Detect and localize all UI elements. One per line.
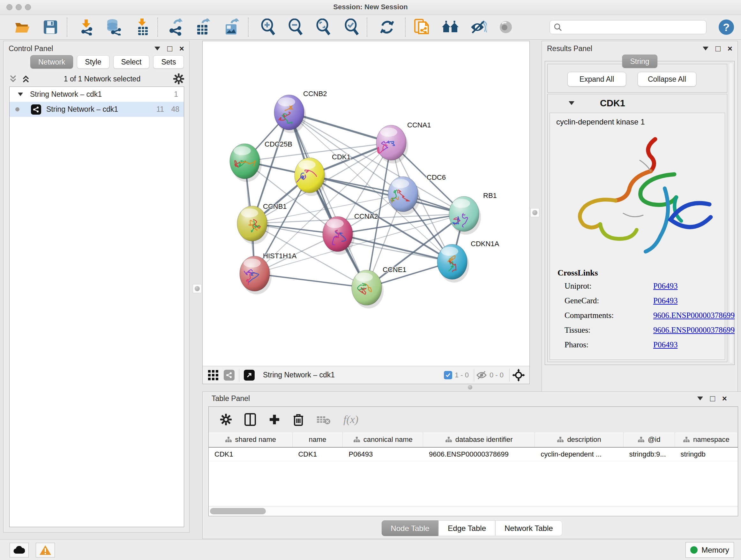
network-node-CCNB1[interactable]	[237, 206, 269, 244]
tab-sets[interactable]: Sets	[153, 55, 184, 69]
memory-button[interactable]: Memory	[685, 542, 734, 558]
network-canvas[interactable]: CCNB2CCNA1CDC25BCDK1CDC6RB1CCNB1CCNA2CDK…	[203, 41, 529, 366]
node-table[interactable]: shared namenamecanonical namedatabase id…	[209, 432, 738, 506]
network-collection-row[interactable]: String Network – cdk1 1	[10, 87, 184, 102]
column-header-canonical-name[interactable]: canonical name	[343, 432, 423, 447]
scrollbar-thumb[interactable]	[210, 508, 266, 514]
left-splitter-handle[interactable]	[193, 284, 202, 293]
search-input[interactable]	[562, 23, 706, 32]
column-header-database-identifier[interactable]: database identifier	[423, 432, 535, 447]
show-columns-icon[interactable]	[245, 413, 256, 426]
collapse-panel-icon[interactable]	[697, 396, 703, 400]
tab-style[interactable]: Style	[77, 55, 109, 69]
collapse-panel-icon[interactable]	[154, 47, 160, 51]
network-node-CDK1[interactable]	[294, 158, 327, 196]
houses-button[interactable]	[441, 18, 459, 36]
help-button[interactable]: ?	[719, 19, 734, 35]
import-network-button[interactable]	[77, 18, 95, 36]
expand-collection-icon[interactable]	[18, 92, 23, 96]
zoom-out-button[interactable]	[286, 18, 305, 36]
collapse-all-icon[interactable]	[9, 74, 18, 83]
save-session-button[interactable]	[42, 18, 59, 36]
collapse-panel-icon[interactable]	[703, 47, 709, 51]
share-view-icon[interactable]	[224, 370, 234, 381]
import-table-button[interactable]	[134, 18, 151, 36]
expand-all-icon[interactable]	[21, 74, 31, 83]
gene-entry-header[interactable]: CDK1	[548, 94, 727, 112]
search-box[interactable]	[549, 20, 706, 34]
column-header-namespace[interactable]: namespace	[675, 432, 738, 447]
zoom-fit-button[interactable]	[314, 18, 332, 36]
string-results-tab[interactable]: String	[622, 55, 657, 68]
table-cell[interactable]: 9606.ENSP00000378699	[423, 448, 535, 461]
tab-edge-table[interactable]: Edge Table	[439, 520, 495, 536]
crosslink-link[interactable]: 9606.ENSP00000378699	[653, 326, 735, 334]
column-header-@id[interactable]: @id	[623, 432, 675, 447]
refresh-button[interactable]	[378, 18, 396, 36]
horizontal-scrollbar[interactable]	[209, 506, 738, 516]
import-database-button[interactable]	[105, 18, 122, 36]
column-header-name[interactable]: name	[293, 432, 343, 447]
network-node-CDC25B[interactable]	[230, 144, 262, 182]
network-node-CCNA1[interactable]	[376, 125, 408, 164]
show-items-button[interactable]	[497, 18, 515, 36]
tab-network-table[interactable]: Network Table	[495, 520, 562, 536]
tab-network[interactable]: Network	[30, 55, 73, 69]
hidden-eye-slash-icon[interactable]	[476, 371, 487, 380]
crosslink-link[interactable]: 9606.ENSP00000378699	[653, 311, 735, 320]
copy-network-button[interactable]	[413, 18, 431, 36]
cloud-button[interactable]	[10, 543, 29, 557]
network-node-CDKN1A[interactable]	[437, 244, 469, 283]
open-session-button[interactable]	[13, 18, 31, 36]
collapse-entry-icon[interactable]	[569, 101, 575, 105]
tab-node-table[interactable]: Node Table	[381, 520, 439, 536]
crosslinks-title: CrossLinks	[557, 268, 735, 278]
open-in-new-window-icon[interactable]	[244, 370, 255, 381]
zoom-selected-button[interactable]	[343, 18, 360, 36]
network-node-CCNA2[interactable]	[323, 216, 354, 255]
export-image-button[interactable]	[223, 18, 241, 36]
bottom-splitter-handle[interactable]	[466, 384, 474, 391]
expand-all-button[interactable]: Expand All	[567, 72, 626, 86]
network-node-CCNE1[interactable]	[352, 270, 384, 308]
collapse-all-button[interactable]: Collapse All	[637, 72, 696, 86]
close-panel-icon[interactable]: ×	[179, 44, 184, 53]
right-splitter-handle[interactable]	[530, 208, 539, 217]
table-cell[interactable]: stringdb	[675, 448, 738, 461]
close-panel-icon[interactable]: ×	[722, 394, 727, 402]
export-table-button[interactable]	[194, 18, 212, 36]
crosslink-link[interactable]: P06493	[653, 340, 677, 349]
warnings-button[interactable]	[36, 543, 55, 557]
selected-checkbox-icon[interactable]	[444, 371, 452, 379]
table-cell[interactable]: CDK1	[209, 448, 292, 461]
gene-entry: CDK1 cyclin-dependent kinase 1	[547, 94, 727, 362]
network-node-RB1[interactable]	[449, 196, 481, 235]
crosslink-link[interactable]: P06493	[653, 296, 677, 305]
table-cell[interactable]: stringdb:9...	[623, 448, 675, 461]
table-cell[interactable]: cyclin-dependent ...	[535, 448, 623, 461]
gear-icon[interactable]	[173, 73, 184, 84]
export-network-button[interactable]	[167, 18, 185, 36]
column-header-description[interactable]: description	[535, 432, 623, 447]
close-panel-icon[interactable]: ×	[728, 44, 732, 53]
network-edge[interactable]	[289, 112, 367, 288]
birds-eye-crosshair-icon[interactable]	[512, 369, 525, 381]
table-settings-gear-icon[interactable]	[220, 414, 232, 425]
tab-select[interactable]: Select	[113, 55, 150, 69]
table-cell[interactable]: CDK1	[292, 448, 343, 461]
float-panel-icon[interactable]: □	[167, 44, 172, 53]
delete-column-trash-icon[interactable]	[293, 413, 304, 426]
network-row[interactable]: String Network – cdk1 11 48	[10, 102, 184, 117]
float-panel-icon[interactable]: □	[716, 44, 721, 53]
network-node-CDC6[interactable]	[388, 177, 420, 215]
float-panel-icon[interactable]: □	[710, 394, 715, 402]
table-row[interactable]: CDK1CDK1P064939606.ENSP00000378699cyclin…	[209, 448, 738, 461]
grid-view-icon[interactable]	[208, 370, 219, 381]
column-header-shared-name[interactable]: shared name	[209, 432, 293, 447]
network-node-CCNB2[interactable]	[274, 95, 306, 133]
table-cell[interactable]: P06493	[343, 448, 423, 461]
crosslink-link[interactable]: P06493	[653, 282, 677, 291]
add-column-plus-icon[interactable]	[269, 414, 280, 425]
zoom-in-button[interactable]	[259, 18, 277, 36]
hide-items-button[interactable]	[469, 18, 487, 36]
